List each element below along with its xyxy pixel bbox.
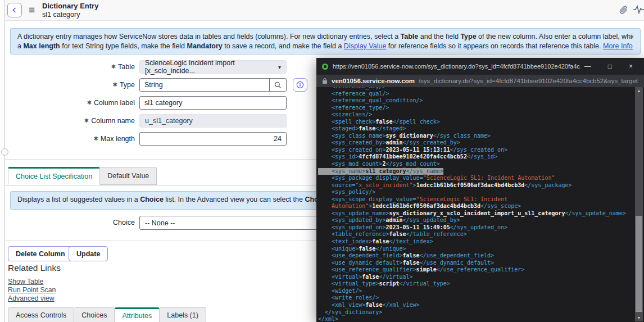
popup-url-path: /sys_dictionary.do?sys_id=4fcfd8741bbee9… (419, 78, 638, 84)
text-segment: to save a record, and make the field a (223, 42, 344, 50)
xml-line: <sys_updated_by>admin</sys_updated_by> (318, 217, 644, 224)
xml-line: </sys_dictionary> (318, 309, 644, 316)
left-rail-divider (0, 0, 5, 322)
text-segment: of the new column. Also enter a column l… (477, 33, 633, 40)
choice-select[interactable]: -- None -- (139, 216, 330, 230)
xml-line: <use_reference_qualifier>simple</use_ref… (318, 266, 644, 274)
dictionary-info-banner: A dictionary entry manages how ServiceNo… (10, 28, 641, 55)
servicenow-dictionary-entry-page: ≡ Dictionary Entry sl1 category A dictio… (0, 0, 644, 322)
reference-lookup-button[interactable] (269, 79, 286, 91)
xml-line: <text_index>false</text_index> (318, 238, 644, 246)
chevron-left-icon (12, 7, 17, 13)
xml-line: <sys_scope display_value="ScienceLogic S… (318, 196, 644, 203)
xml-line: <virtual_type>script</virtual_type> (318, 280, 644, 288)
mandatory-icon: ✱ (93, 135, 98, 142)
xml-line: <sys_updated_on>2023-05-11 15:49:05</sys… (318, 224, 644, 232)
back-button[interactable] (7, 3, 22, 17)
scrollbar-thumb[interactable] (636, 216, 642, 312)
xml-line: </xml> (318, 316, 644, 322)
minimize-button[interactable]: — (584, 62, 591, 70)
banner-line-2: a Max length for text String type fields… (17, 42, 633, 51)
related-link-show-table[interactable]: Show Table (8, 278, 43, 285)
xml-line: <sys_class_name>sys_dictionary</sys_clas… (318, 133, 644, 140)
text-segment: Table (401, 33, 419, 40)
column-label-input[interactable] (139, 96, 287, 110)
xml-line: <sys_id>4fcfd8741bbee9102e420fa4cc4bcb52… (318, 153, 644, 161)
xml-line: <sys_mod_count>2</sys_mod_count> (318, 161, 644, 168)
popup-url-bar[interactable]: ven01056.service-now.com/sys_dictionary.… (316, 75, 644, 87)
xml-line: <xml_view>false</xml_view> (318, 302, 644, 309)
related-link-run-point-scan[interactable]: Run Point Scan (8, 286, 56, 294)
info-icon (296, 81, 304, 89)
table-field-label: ✱Table (5, 63, 135, 71)
chevron-down-icon: ▾ (278, 64, 281, 70)
text-segment: Choice (140, 196, 164, 203)
xml-document: <reference_key/> <reference_qual/> <refe… (316, 87, 644, 322)
max-length-input[interactable] (139, 132, 287, 146)
mandatory-icon: ✱ (84, 117, 89, 124)
mandatory-icon: ✱ (113, 81, 117, 88)
xml-line: <table_reference>false</table_reference> (318, 231, 644, 238)
banner-line-1: A dictionary entry manages how ServiceNo… (17, 32, 633, 42)
xml-line: <sys_created_on>2023-05-11 15:13:11</sys… (318, 147, 644, 154)
mandatory-icon: ✱ (111, 64, 116, 70)
popup-content: <reference_key/> <reference_qual/> <refe… (316, 87, 644, 322)
xml-line: <staged>false</staged> (318, 125, 644, 133)
panel-collapse-handle[interactable] (1, 148, 8, 156)
tab-attributes[interactable]: Attributes (115, 307, 160, 322)
popup-title-bar[interactable]: https://ven01056.service-now.com/sys_dic… (316, 58, 644, 75)
related-link-advanced-view[interactable]: Advanced view (8, 294, 55, 302)
tab-choices[interactable]: Choices (74, 307, 115, 322)
mandatory-icon: ✱ (87, 99, 92, 106)
type-input[interactable] (140, 79, 269, 91)
tab-access-controls[interactable]: Access Controls (8, 307, 74, 322)
popup-title-url: https://ven01056.service-now.com/sys_dic… (333, 63, 580, 70)
window-controls: — □ × (584, 62, 633, 70)
delete-column-button[interactable]: Delete Column (8, 246, 73, 261)
text-segment: Mandatory (187, 42, 223, 50)
column-name-readonly-field: u_sl1_category (139, 114, 287, 128)
xml-popup-window: https://ven01056.service-now.com/sys_dic… (316, 58, 644, 322)
inline-link[interactable]: More Info (603, 42, 633, 50)
maximize-button[interactable]: □ (608, 62, 612, 70)
table-select[interactable]: ScienceLogic Incident import [x_sclo_inc… (139, 60, 287, 74)
xml-line: <spell_check>false</spell_check> (318, 119, 644, 126)
scroll-up-arrow[interactable]: ▲ (635, 87, 643, 94)
scroll-down-arrow[interactable]: ▼ (635, 314, 643, 321)
xml-line: <sys_update_name>sys_dictionary_x_sclo_i… (318, 210, 644, 217)
tab-default-value[interactable]: Default Value (100, 167, 157, 185)
text-segment: for reference fields so it appears on re… (386, 42, 603, 50)
xml-line: <sys_policy/> (318, 189, 644, 196)
servicenow-logo-icon (322, 64, 328, 70)
xml-line: <sizeclass/> (318, 111, 644, 119)
paperclip-icon[interactable] (619, 4, 628, 15)
type-info-button[interactable] (293, 78, 307, 92)
popup-domain: ven01056.service-now.com (332, 78, 415, 84)
tab-choice-list-specification[interactable]: Choice List Specification (8, 167, 100, 185)
xml-line-highlighted: <sys_name>sl1 category</sys_name> (318, 168, 443, 175)
xml-line: <unique>false</unique> (318, 246, 644, 253)
xml-line: <use_dynamic_default>false</use_dynamic_… (318, 260, 644, 267)
xml-line: <use_dependent_field>false</use_dependen… (318, 252, 644, 260)
xml-line: <sys_package display_value="ScienceLogic… (318, 175, 644, 182)
text-segment: and the field (418, 33, 460, 40)
xml-line: source="x_sclo_incident">1edcc1b61b6cf05… (318, 182, 644, 189)
type-field-label: ✱Type (5, 81, 135, 89)
xml-line: <reference_type/> (318, 105, 644, 112)
choice-field-label: Choice (5, 219, 135, 226)
xml-line: <virtual>false</virtual> (318, 274, 644, 281)
record-subtitle: sl1 category (42, 11, 98, 19)
inline-link[interactable]: Display Value (344, 42, 387, 50)
activity-pulse-icon[interactable] (633, 5, 644, 14)
update-button[interactable]: Update (69, 246, 108, 261)
text-segment: A dictionary entry manages how ServiceNo… (17, 33, 401, 40)
related-links-title: Related Links (8, 263, 61, 273)
text-segment: Max length (23, 42, 60, 50)
close-button[interactable]: × (629, 62, 633, 70)
context-menu-icon[interactable]: ≡ (29, 3, 35, 17)
tab-labels-1[interactable]: Labels (1) (160, 307, 206, 322)
popup-scrollbar[interactable]: ▲ ▼ (635, 87, 643, 321)
xml-line: <widget/> (318, 288, 644, 295)
xml-line: <sys_created_by>admin</sys_created_by> (318, 139, 644, 147)
text-segment: Type (460, 33, 476, 40)
